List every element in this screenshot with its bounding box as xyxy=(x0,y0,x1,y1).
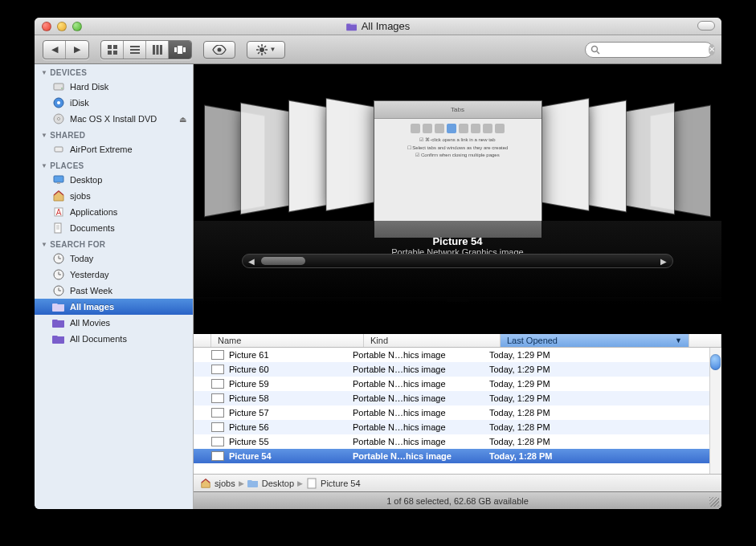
file-kind: Portable N…hics image xyxy=(346,408,483,418)
sidebar-item-desktop[interactable]: Desktop xyxy=(35,172,193,188)
svg-line-24 xyxy=(597,51,599,54)
search-field[interactable]: ✕ xyxy=(585,42,713,58)
svg-rect-25 xyxy=(54,84,63,90)
sidebar-item-all-documents[interactable]: All Documents xyxy=(35,331,193,347)
svg-rect-6 xyxy=(130,52,140,54)
view-coverflow-button[interactable] xyxy=(169,41,191,59)
column-name[interactable]: Name xyxy=(211,334,364,347)
svg-line-21 xyxy=(258,52,259,54)
sidebar-item-airport-extreme[interactable]: AirPort Extreme xyxy=(35,141,193,157)
sidebar-item-documents[interactable]: Documents xyxy=(35,220,193,236)
sidebar-item-hard-disk[interactable]: Hard Disk xyxy=(35,79,193,95)
vertical-scrollbar[interactable] xyxy=(709,348,721,474)
toolbar-toggle-button[interactable] xyxy=(697,21,715,31)
back-button[interactable]: ◀ xyxy=(43,41,66,59)
sidebar-section-header[interactable]: ▼SEARCH FOR xyxy=(35,236,193,251)
list-body[interactable]: Picture 61Portable N…hics imageToday, 1:… xyxy=(194,348,721,474)
close-button[interactable] xyxy=(42,22,51,31)
file-last-opened: Today, 1:28 PM xyxy=(483,422,672,432)
view-list-button[interactable] xyxy=(124,41,146,59)
clear-search-button[interactable]: ✕ xyxy=(709,44,715,55)
file-name: Picture 58 xyxy=(229,393,269,403)
forward-button[interactable]: ▶ xyxy=(66,41,88,59)
titlebar[interactable]: All Images xyxy=(35,18,721,35)
sidebar-item-all-images[interactable]: All Images xyxy=(35,299,193,315)
path-item[interactable]: Picture 54 xyxy=(306,478,361,489)
coverflow-prev-button[interactable]: ◀ xyxy=(246,255,257,267)
svg-rect-9 xyxy=(160,45,162,55)
coverflow-scrollbar[interactable]: ◀ ▶ xyxy=(242,254,673,268)
sidebar-item-today[interactable]: Today xyxy=(35,251,193,267)
quick-look-button[interactable] xyxy=(203,41,235,59)
sidebar-item-label: iDisk xyxy=(70,98,89,108)
table-row[interactable]: Picture 58Portable N…hics imageToday, 1:… xyxy=(194,391,721,405)
sidebar-item-all-movies[interactable]: All Movies xyxy=(35,315,193,331)
coverflow-scroll-thumb[interactable] xyxy=(261,257,305,265)
sidebar-section-header[interactable]: ▼DEVICES xyxy=(35,64,193,79)
table-row[interactable]: Picture 55Portable N…hics imageToday, 1:… xyxy=(194,434,721,449)
svg-rect-11 xyxy=(178,46,182,54)
coverflow-view[interactable]: Tabs ☑ ⌘-click opens a link in a new tab… xyxy=(194,64,721,334)
table-row[interactable]: Picture 61Portable N…hics imageToday, 1:… xyxy=(194,348,721,362)
sidebar-section-header[interactable]: ▼SHARED xyxy=(35,127,193,141)
path-label: sjobs xyxy=(215,479,235,488)
path-item[interactable]: sjobs xyxy=(200,478,235,489)
nav-buttons: ◀ ▶ xyxy=(43,40,89,59)
search-input[interactable] xyxy=(605,45,704,55)
disclosure-triangle-icon: ▼ xyxy=(41,69,47,76)
sidebar-item-label: Mac OS X Install DVD xyxy=(70,114,157,124)
sidebar-item-past-week[interactable]: Past Week xyxy=(35,283,193,299)
toolbar: ◀ ▶ ▼ xyxy=(35,35,721,64)
resize-handle[interactable] xyxy=(709,497,719,507)
file-thumbnail-icon xyxy=(211,379,224,389)
status-bar: 1 of 68 selected, 62.68 GB available xyxy=(194,491,721,509)
file-name: Picture 57 xyxy=(229,408,269,418)
file-name: Picture 56 xyxy=(229,422,269,432)
coverflow-next-button[interactable]: ▶ xyxy=(658,255,669,267)
sidebar-item-label: Applications xyxy=(70,207,117,217)
view-column-button[interactable] xyxy=(146,41,169,59)
main-content: Tabs ☑ ⌘-click opens a link in a new tab… xyxy=(194,64,721,509)
file-last-opened: Today, 1:28 PM xyxy=(483,408,672,418)
svg-point-28 xyxy=(57,101,60,104)
sidebar-item-idisk[interactable]: iDisk xyxy=(35,95,193,111)
minimize-button[interactable] xyxy=(57,22,67,31)
svg-rect-7 xyxy=(153,45,155,55)
airport-icon xyxy=(52,143,65,156)
scroll-thumb[interactable] xyxy=(710,354,721,370)
file-last-opened: Today, 1:29 PM xyxy=(483,379,672,389)
sidebar-item-yesterday[interactable]: Yesterday xyxy=(35,267,193,283)
table-row[interactable]: Picture 56Portable N…hics imageToday, 1:… xyxy=(194,420,721,434)
eject-icon[interactable]: ⏏ xyxy=(179,115,186,124)
apps-icon: A xyxy=(52,206,65,218)
column-kind[interactable]: Kind xyxy=(364,334,501,347)
path-separator-icon: ▶ xyxy=(297,479,303,487)
file-name: Picture 59 xyxy=(229,379,269,389)
sidebar-section-header[interactable]: ▼PLACES xyxy=(35,157,193,172)
zoom-button[interactable] xyxy=(72,22,82,31)
action-menu-button[interactable]: ▼ xyxy=(247,41,285,59)
column-gutter xyxy=(194,334,211,347)
svg-line-22 xyxy=(264,46,266,47)
sidebar-item-label: Past Week xyxy=(70,286,112,295)
file-kind: Portable N…hics image xyxy=(346,365,483,374)
sidebar: ▼DEVICESHard DiskiDiskMac OS X Install D… xyxy=(35,64,194,509)
table-row[interactable]: Picture 57Portable N…hics imageToday, 1:… xyxy=(194,405,721,420)
column-last-opened[interactable]: Last Opened▼ xyxy=(501,334,689,347)
sidebar-item-label: AirPort Extreme xyxy=(70,145,133,154)
sidebar-item-label: Desktop xyxy=(70,175,102,185)
svg-rect-1 xyxy=(113,45,117,49)
svg-line-19 xyxy=(258,46,259,47)
table-row[interactable]: Picture 59Portable N…hics imageToday, 1:… xyxy=(194,377,721,391)
svg-rect-33 xyxy=(57,182,60,184)
coverflow-center-item[interactable]: Tabs ☑ ⌘-click opens a link in a new tab… xyxy=(374,100,542,221)
sidebar-item-applications[interactable]: AApplications xyxy=(35,204,193,220)
path-item[interactable]: Desktop xyxy=(247,478,294,489)
sidebar-item-mac-os-x-install-dvd[interactable]: Mac OS X Install DVD⏏ xyxy=(35,111,193,127)
sidebar-item-sjobs[interactable]: sjobs xyxy=(35,188,193,204)
table-row[interactable]: Picture 60Portable N…hics imageToday, 1:… xyxy=(194,362,721,377)
svg-rect-0 xyxy=(108,45,112,49)
svg-rect-2 xyxy=(108,51,112,55)
view-icon-button[interactable] xyxy=(101,41,124,59)
table-row[interactable]: Picture 54Portable N…hics imageToday, 1:… xyxy=(194,449,721,463)
